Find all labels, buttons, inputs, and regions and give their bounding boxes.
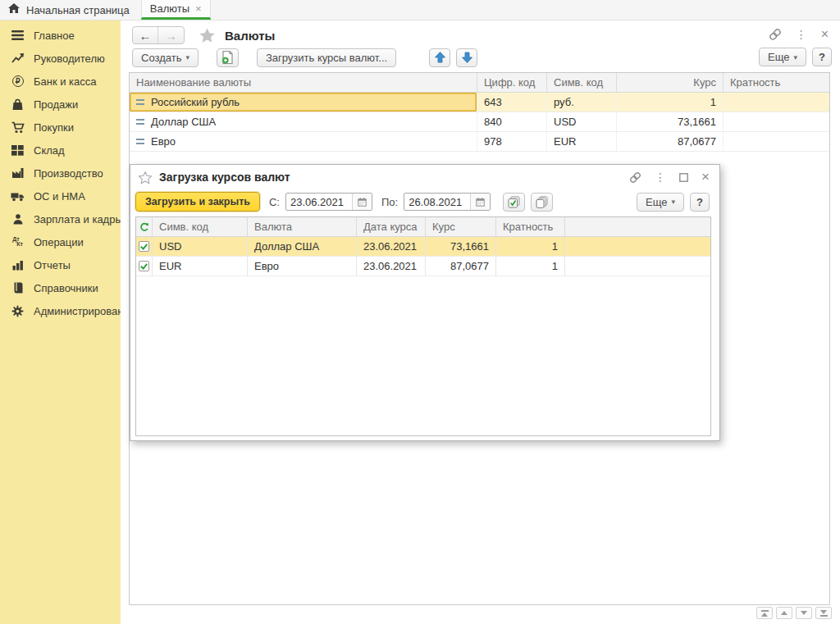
dialog-more-button[interactable]: Еще▾ [637, 193, 684, 212]
maximize-icon[interactable] [679, 173, 688, 182]
sidebar-item-sklad[interactable]: Склад [0, 139, 121, 162]
tab-home-label: Начальная страница [26, 4, 130, 16]
uncheck-all-button[interactable] [531, 193, 553, 212]
main-content: ← → Валюты ⋮ × Создать▾ Загрузить курсы … [121, 20, 840, 624]
column-header-rate-date: Дата курса [357, 217, 426, 236]
sidebar-item-zarplata-i-kadry[interactable]: Зарплата и кадры [0, 207, 121, 230]
truck-icon [11, 189, 25, 203]
tab-home[interactable]: Начальная страница [0, 0, 141, 20]
scroll-up-button[interactable] [776, 607, 792, 619]
to-date-label: По: [381, 196, 398, 208]
column-header-mult: Кратность [496, 217, 565, 236]
link-icon[interactable] [629, 171, 641, 184]
kebab-menu-icon[interactable]: ⋮ [796, 29, 807, 40]
dropdown-icon: ▾ [793, 53, 797, 61]
dropdown-icon: ▾ [185, 53, 189, 61]
tab-currencies-label: Валюты [150, 2, 189, 15]
currency-item-icon [136, 119, 144, 125]
to-date-input[interactable] [404, 196, 470, 208]
rates-row-eur[interactable]: EUR Евро 23.06.2021 87,0677 1 [136, 257, 710, 276]
table-row-usd[interactable]: Доллар США 840 USD 73,1661 [130, 112, 829, 132]
bar-chart-icon [11, 258, 25, 271]
sidebar-item-otchety[interactable]: Отчеты [0, 253, 121, 276]
sidebar-item-bank-i-kassa[interactable]: ₽ Банк и касса [0, 70, 121, 93]
sidebar-item-administrirovanie[interactable]: Администрирование [0, 299, 121, 322]
sidebar-item-label: Операции [34, 236, 84, 248]
column-header-name: Наименование валюты [130, 73, 477, 92]
tab-close-icon[interactable]: × [195, 3, 202, 14]
calendar-icon[interactable] [470, 194, 490, 210]
scroll-bottom-button[interactable] [815, 607, 832, 619]
scroll-down-button[interactable] [796, 607, 812, 619]
home-icon [8, 3, 20, 16]
currency-item-icon [136, 99, 144, 106]
move-up-button[interactable] [429, 48, 450, 67]
rates-row-usd[interactable]: USD Доллар США 23.06.2021 73,1661 1 [136, 237, 710, 257]
table-row-rub[interactable]: Российский рубль 643 руб. 1 [130, 93, 829, 112]
column-header-rate: Курс [426, 217, 496, 236]
create-copy-button[interactable] [217, 48, 239, 67]
sidebar-item-label: Производство [34, 167, 103, 180]
sidebar-item-label: Главное [34, 30, 75, 42]
sidebar-item-pokupki[interactable]: Покупки [0, 116, 121, 139]
sidebar-item-label: ОС и НМА [34, 190, 85, 203]
list-scroll-nav [756, 607, 832, 619]
warehouse-grid-icon [11, 143, 25, 157]
rates-table-header[interactable]: Симв. код Валюта Дата курса Курс Кратнос… [136, 217, 710, 237]
new-copy-icon [221, 51, 234, 64]
close-icon[interactable]: × [821, 28, 829, 41]
person-icon [11, 212, 25, 225]
sidebar-item-label: Банк и касса [34, 75, 97, 88]
tab-currencies[interactable]: Валюты × [141, 0, 211, 20]
refresh-column-icon [136, 217, 153, 236]
check-all-icon [508, 196, 520, 208]
kebab-menu-icon[interactable]: ⋮ [655, 171, 666, 184]
list-toolbar: Создать▾ Загрузить курсы валют... [132, 48, 477, 67]
move-down-button[interactable] [456, 48, 477, 67]
to-date-field [404, 193, 491, 211]
sidebar-item-rukovoditelyu[interactable]: Руководителю [0, 47, 121, 70]
load-and-close-button[interactable]: Загрузить и закрыть [135, 192, 260, 212]
favorite-star-icon[interactable] [199, 28, 215, 43]
help-button[interactable]: ? [812, 48, 832, 66]
column-header-rate: Курс [617, 73, 724, 92]
sidebar-item-spravochniki[interactable]: Справочники [0, 276, 121, 299]
dialog-titlebar: Загрузка курсов валют ⋮ × [130, 165, 719, 189]
sidebar-item-prodazhi[interactable]: Продажи [0, 93, 121, 116]
table-header[interactable]: Наименование валюты Цифр. код Симв. код … [130, 73, 829, 93]
sidebar-item-operacii[interactable]: ДтКт Операции [0, 230, 121, 253]
favorite-star-outline-icon[interactable] [139, 171, 152, 184]
tab-bar: Начальная страница Валюты × [0, 0, 840, 20]
navigation-row: ← → Валюты [132, 25, 275, 45]
back-button[interactable]: ← [133, 27, 158, 43]
sidebar-item-label: Отчеты [34, 259, 71, 271]
calendar-icon[interactable] [352, 194, 372, 210]
dialog-help-button[interactable]: ? [690, 193, 710, 212]
sidebar-item-os-i-nma[interactable]: ОС и НМА [0, 184, 121, 207]
forward-button[interactable]: → [158, 27, 184, 43]
table-row-eur[interactable]: Евро 978 EUR 87,0677 [130, 132, 829, 152]
book-icon [11, 281, 25, 294]
sidebar-item-proizvodstvo[interactable]: Производство [0, 162, 121, 184]
column-header-code-num: Цифр. код [477, 73, 547, 92]
row-checkbox[interactable] [139, 261, 149, 271]
sidebar-item-label: Склад [34, 144, 65, 157]
row-checkbox[interactable] [139, 241, 149, 252]
from-date-field [285, 193, 372, 211]
dropdown-icon: ▾ [671, 198, 675, 206]
check-all-button[interactable] [503, 193, 525, 212]
from-date-label: С: [269, 196, 280, 208]
dialog-title: Загрузка курсов валют [159, 171, 290, 184]
scroll-top-button[interactable] [756, 607, 773, 619]
column-header-code-sym: Симв. код [153, 217, 248, 236]
load-rates-button[interactable]: Загрузить курсы валют... [257, 48, 396, 67]
sidebar-item-label: Покупки [34, 121, 74, 134]
more-button[interactable]: Еще▾ [759, 48, 806, 66]
link-icon[interactable] [769, 28, 782, 41]
currency-item-icon [136, 139, 144, 145]
create-button[interactable]: Создать▾ [132, 48, 199, 67]
sidebar-item-glavnoe[interactable]: Главное [0, 24, 121, 47]
from-date-input[interactable] [286, 196, 352, 208]
close-icon[interactable]: × [701, 169, 710, 185]
column-header-currency: Валюта [248, 217, 357, 236]
